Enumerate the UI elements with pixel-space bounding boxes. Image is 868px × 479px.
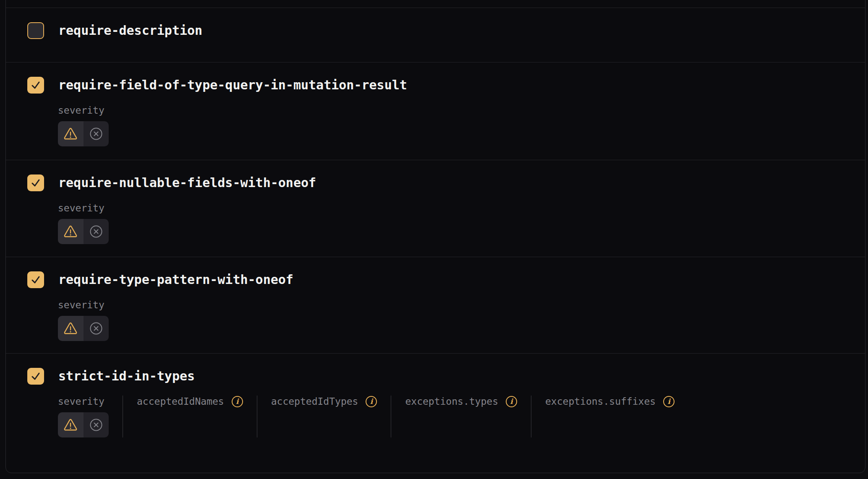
info-icon[interactable]: i: [663, 396, 675, 407]
severity-warn-button[interactable]: [58, 316, 84, 341]
circle-x-icon: [89, 322, 103, 335]
field-control: [58, 219, 109, 244]
field-label-row: acceptedIdNamesi: [137, 396, 243, 407]
rule-checkbox[interactable]: [27, 77, 44, 94]
info-icon[interactable]: i: [366, 396, 377, 407]
rule-row: require-description: [6, 8, 865, 62]
field-control: [58, 316, 109, 341]
rule-checkbox[interactable]: [27, 271, 44, 288]
info-icon[interactable]: i: [506, 396, 517, 407]
field-label-row: acceptedIdTypesi: [271, 396, 377, 407]
circle-x-icon: [89, 225, 103, 238]
check-icon: [30, 80, 41, 91]
rule-checkbox[interactable]: [27, 368, 44, 385]
field-label-row: exceptions.suffixesi: [545, 396, 675, 407]
rule-header: require-nullable-fields-with-oneof: [27, 160, 847, 191]
rule-name: require-type-pattern-with-oneof: [58, 271, 293, 288]
warning-icon: [63, 322, 78, 335]
rule-fields: severity: [58, 299, 847, 341]
rule-name: require-nullable-fields-with-oneof: [58, 174, 316, 191]
field-control: [58, 121, 109, 146]
rule-checkbox[interactable]: [27, 22, 44, 39]
check-icon: [30, 274, 41, 285]
field-label-row: exceptions.typesi: [405, 396, 517, 407]
rule-header: strict-id-in-types: [27, 354, 847, 385]
severity-toggle: [58, 316, 109, 341]
severity-off-button[interactable]: [84, 121, 109, 146]
severity-warn-button[interactable]: [58, 121, 84, 146]
field-label: exceptions.types: [405, 396, 498, 407]
circle-x-icon: [89, 127, 103, 141]
rule-name: require-description: [58, 22, 202, 39]
rule-row: require-field-of-type-query-in-mutation-…: [6, 62, 865, 160]
severity-warn-button[interactable]: [58, 412, 84, 437]
check-icon: [30, 371, 41, 382]
field-group-severity: severity: [58, 299, 109, 341]
rule-fields: severityacceptedIdNamesiacceptedIdTypesi…: [58, 396, 847, 437]
field-label: severity: [58, 104, 105, 116]
field-group-severity: severity: [58, 396, 109, 437]
field-label: severity: [58, 396, 105, 407]
field-group-divider: [257, 396, 257, 437]
field-group-exceptions-suffixes: exceptions.suffixesi: [545, 396, 675, 437]
warning-icon: [63, 225, 78, 238]
rule-fields: severity: [58, 104, 847, 146]
check-icon: [30, 177, 41, 188]
rule-header: require-type-pattern-with-oneof: [27, 257, 847, 288]
rule-name: require-field-of-type-query-in-mutation-…: [58, 77, 407, 94]
warning-icon: [63, 128, 78, 140]
rule-name: strict-id-in-types: [58, 368, 195, 385]
field-label: acceptedIdTypes: [271, 396, 358, 407]
field-label-row: severity: [58, 396, 109, 407]
field-label-row: severity: [58, 202, 109, 214]
info-icon[interactable]: i: [232, 396, 243, 407]
field-control: [58, 412, 109, 437]
panel-top-spacer: [6, 0, 865, 8]
field-label: severity: [58, 202, 105, 214]
field-group-acceptedIdTypes: acceptedIdTypesi: [271, 396, 377, 437]
severity-warn-button[interactable]: [58, 219, 84, 244]
field-label-row: severity: [58, 299, 109, 311]
severity-toggle: [58, 412, 109, 437]
field-label: acceptedIdNames: [137, 396, 224, 407]
field-group-severity: severity: [58, 202, 109, 244]
rule-row: strict-id-in-typesseverityacceptedIdName…: [6, 353, 865, 473]
field-group-divider: [391, 396, 391, 437]
warning-icon: [63, 419, 78, 431]
field-label-row: severity: [58, 104, 109, 116]
rule-header: require-field-of-type-query-in-mutation-…: [27, 62, 847, 94]
severity-toggle: [58, 121, 109, 146]
rule-header: require-description: [27, 8, 847, 39]
field-group-divider: [123, 396, 123, 437]
rules-panel: require-descriptionrequire-field-of-type…: [5, 0, 865, 473]
severity-off-button[interactable]: [84, 219, 109, 244]
severity-toggle: [58, 219, 109, 244]
field-group-severity: severity: [58, 104, 109, 146]
rule-row: require-type-pattern-with-oneofseverity: [6, 257, 865, 353]
severity-off-button[interactable]: [84, 412, 109, 437]
severity-off-button[interactable]: [84, 316, 109, 341]
field-group-exceptions-types: exceptions.typesi: [405, 396, 517, 437]
rule-checkbox[interactable]: [27, 174, 44, 191]
field-label: exceptions.suffixes: [545, 396, 656, 407]
field-group-acceptedIdNames: acceptedIdNamesi: [137, 396, 243, 437]
circle-x-icon: [89, 418, 103, 432]
rule-row: require-nullable-fields-with-oneofseveri…: [6, 160, 865, 257]
rule-fields: severity: [58, 202, 847, 244]
field-group-divider: [531, 396, 531, 437]
field-label: severity: [58, 299, 105, 311]
